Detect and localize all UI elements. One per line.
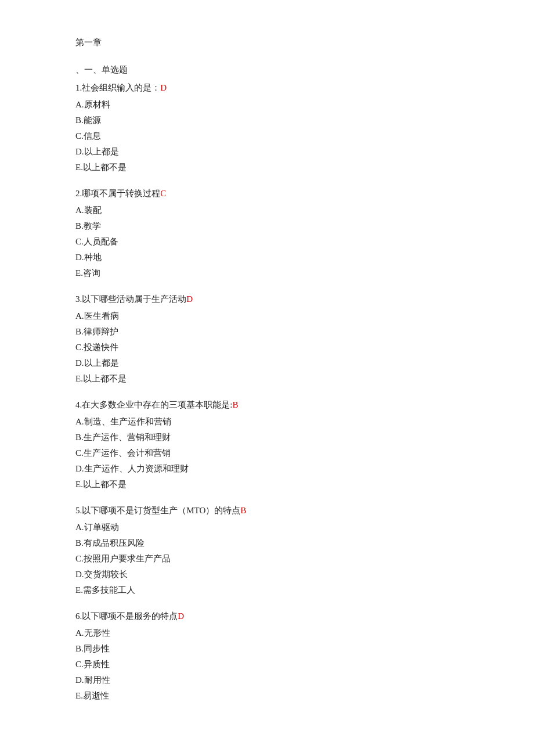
question-block-1: 1.社会组织输入的是：DA.原材料B.能源C.信息D.以上都是E.以上都不是 xyxy=(75,80,459,175)
question-block-6: 6.以下哪项不是服务的特点DA.无形性B.同步性C.异质性D.耐用性E.易逝性 xyxy=(75,609,459,704)
option-1-2: B.能源 xyxy=(75,113,459,128)
section-title: 、一、单选题 xyxy=(75,62,459,78)
question-block-5: 5.以下哪项不是订货型生产（MTO）的特点BA.订单驱动B.有成品积压风险C.按… xyxy=(75,503,459,598)
question-text-4: 4.在大多数企业中存在的三项基本职能是:B xyxy=(75,397,459,413)
option-1-3: C.信息 xyxy=(75,128,459,144)
question-label-2: 2.哪项不属于转换过程 xyxy=(75,189,160,198)
option-2-4: D.种地 xyxy=(75,250,459,265)
option-6-4: D.耐用性 xyxy=(75,672,459,688)
question-label-1: 1.社会组织输入的是： xyxy=(75,83,160,92)
option-3-2: B.律师辩护 xyxy=(75,324,459,340)
question-text-3: 3.以下哪些活动属于生产活动D xyxy=(75,291,459,307)
question-answer-4: B xyxy=(232,400,238,409)
option-2-1: A.装配 xyxy=(75,203,459,218)
chapter-title: 第一章 xyxy=(75,35,459,51)
option-3-3: C.投递快件 xyxy=(75,340,459,355)
question-answer-5: B xyxy=(240,506,246,515)
option-6-2: B.同步性 xyxy=(75,641,459,657)
option-3-5: E.以上都不是 xyxy=(75,371,459,387)
question-answer-1: D xyxy=(160,83,167,92)
option-5-1: A.订单驱动 xyxy=(75,520,459,535)
option-1-4: D.以上都是 xyxy=(75,144,459,160)
question-block-3: 3.以下哪些活动属于生产活动DA.医生看病B.律师辩护C.投递快件D.以上都是E… xyxy=(75,291,459,387)
question-text-2: 2.哪项不属于转换过程C xyxy=(75,186,459,201)
option-3-4: D.以上都是 xyxy=(75,355,459,371)
option-4-3: C.生产运作、会计和营销 xyxy=(75,445,459,461)
option-4-4: D.生产运作、人力资源和理财 xyxy=(75,461,459,477)
question-text-5: 5.以下哪项不是订货型生产（MTO）的特点B xyxy=(75,503,459,519)
option-5-5: E.需多技能工人 xyxy=(75,582,459,598)
option-2-3: C.人员配备 xyxy=(75,234,459,250)
option-5-3: C.按照用户要求生产产品 xyxy=(75,551,459,567)
question-answer-3: D xyxy=(186,294,193,304)
option-2-5: E.咨询 xyxy=(75,265,459,281)
question-text-6: 6.以下哪项不是服务的特点D xyxy=(75,609,459,624)
question-label-3: 3.以下哪些活动属于生产活动 xyxy=(75,294,186,304)
option-5-4: D.交货期较长 xyxy=(75,567,459,582)
option-1-1: A.原材料 xyxy=(75,97,459,113)
option-6-5: E.易逝性 xyxy=(75,688,459,704)
option-3-1: A.医生看病 xyxy=(75,308,459,324)
question-block-2: 2.哪项不属于转换过程CA.装配B.教学C.人员配备D.种地E.咨询 xyxy=(75,186,459,281)
option-4-5: E.以上都不是 xyxy=(75,477,459,492)
question-label-5: 5.以下哪项不是订货型生产（MTO）的特点 xyxy=(75,506,240,515)
question-label-4: 4.在大多数企业中存在的三项基本职能是: xyxy=(75,400,232,409)
question-text-1: 1.社会组织输入的是：D xyxy=(75,80,459,96)
option-1-5: E.以上都不是 xyxy=(75,160,459,175)
question-answer-6: D xyxy=(178,611,184,621)
question-block-4: 4.在大多数企业中存在的三项基本职能是:BA.制造、生产运作和营销B.生产运作、… xyxy=(75,397,459,492)
option-6-3: C.异质性 xyxy=(75,657,459,672)
option-4-1: A.制造、生产运作和营销 xyxy=(75,414,459,430)
option-4-2: B.生产运作、营销和理财 xyxy=(75,430,459,445)
question-answer-2: C xyxy=(160,189,166,198)
option-6-1: A.无形性 xyxy=(75,625,459,641)
question-label-6: 6.以下哪项不是服务的特点 xyxy=(75,611,178,621)
option-2-2: B.教学 xyxy=(75,218,459,234)
option-5-2: B.有成品积压风险 xyxy=(75,535,459,551)
